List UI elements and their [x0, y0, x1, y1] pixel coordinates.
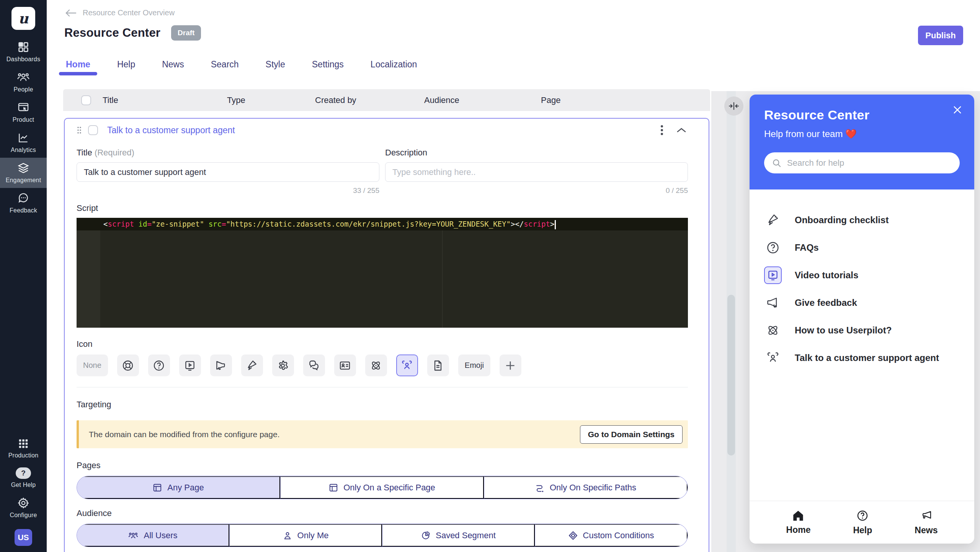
preview-nav-help[interactable]: Help: [853, 510, 872, 536]
news-megaphone-icon: [920, 510, 933, 522]
sidebar-item-label: Get Help: [11, 482, 36, 488]
close-icon[interactable]: [951, 103, 964, 117]
preview-item-onboarding-checklist[interactable]: Onboarding checklist: [764, 206, 960, 234]
sidebar-item-dashboards[interactable]: Dashboards: [0, 37, 47, 67]
preview-nav-news[interactable]: News: [915, 510, 938, 536]
users-group-icon: [128, 531, 139, 541]
select-all-checkbox[interactable]: [81, 95, 91, 105]
preview-nav-home[interactable]: Home: [786, 510, 811, 535]
icon-option-video[interactable]: [179, 354, 201, 376]
person-icon: [283, 531, 292, 541]
icon-option-none[interactable]: None: [77, 354, 108, 376]
title-label: Title: [77, 148, 92, 157]
tab-settings[interactable]: Settings: [310, 59, 345, 79]
audience-segmented-control: All Users Only Me Saved Segment Custom C…: [77, 524, 688, 547]
preview-item-faqs[interactable]: FAQs: [764, 234, 960, 261]
tab-help[interactable]: Help: [116, 59, 137, 79]
pages-option-specific-paths[interactable]: Only On Specific Paths: [484, 476, 688, 499]
browser-icon: [328, 483, 338, 493]
publish-button[interactable]: Publish: [918, 26, 963, 45]
sidebar-item-label: Configure: [10, 512, 37, 519]
preview-item-how-to-use[interactable]: How to use Userpilot?: [764, 317, 960, 344]
pages-option-any-page[interactable]: Any Page: [77, 476, 280, 499]
sidebar-item-people[interactable]: People: [0, 67, 47, 97]
title-input[interactable]: [77, 162, 379, 182]
collapse-row-chevron-icon[interactable]: [675, 126, 688, 135]
title-required-hint: (Required): [95, 148, 134, 157]
module-title-link[interactable]: Talk to a customer support agent: [107, 125, 235, 136]
status-badge: Draft: [171, 25, 201, 41]
tab-news[interactable]: News: [160, 59, 186, 79]
tab-search[interactable]: Search: [209, 59, 240, 79]
editor-code-area[interactable]: <script id="ze-snippet" src="https://sta…: [100, 218, 688, 328]
sidebar-item-label: Product: [13, 116, 34, 123]
kebab-menu-icon[interactable]: [659, 123, 665, 137]
column-guide-line: [442, 230, 443, 328]
announcement-icon: [764, 211, 782, 229]
go-to-domain-settings-button[interactable]: Go to Domain Settings: [580, 425, 683, 444]
sidebar-item-feedback[interactable]: Feedback: [0, 188, 47, 218]
icon-option-question[interactable]: [148, 354, 170, 376]
icon-option-chat[interactable]: [303, 354, 325, 376]
tab-home[interactable]: Home: [64, 59, 92, 79]
home-icon: [792, 510, 804, 521]
pages-option-specific-page[interactable]: Only On a Specific Page: [280, 476, 484, 499]
preview-item-give-feedback[interactable]: Give feedback: [764, 289, 960, 317]
column-header-type: Type: [227, 95, 315, 105]
scrollbar-thumb[interactable]: [727, 295, 735, 456]
script-code-editor[interactable]: 1 <script id="ze-snippet" src="https://s…: [77, 218, 688, 328]
preview-search-input[interactable]: [787, 158, 952, 168]
sidebar-item-label: Feedback: [10, 207, 37, 214]
preview-bottom-nav: Home Help News: [750, 501, 974, 544]
icon-option-announcement[interactable]: [241, 354, 263, 376]
tab-style[interactable]: Style: [264, 59, 287, 79]
help-icon: [856, 510, 869, 522]
drag-handle-icon[interactable]: [77, 126, 82, 134]
column-header-audience: Audience: [424, 95, 541, 105]
sidebar-item-engagement[interactable]: Engagement: [0, 158, 47, 188]
preview-item-video-tutorials[interactable]: Video tutorials: [764, 261, 960, 289]
sidebar-item-product[interactable]: Product: [0, 97, 47, 127]
icon-option-gear[interactable]: [272, 354, 294, 376]
sidebar-item-label: Analytics: [11, 147, 36, 154]
sidebar-item-get-help[interactable]: ? Get Help: [0, 463, 47, 493]
pages-label: Pages: [77, 461, 688, 470]
text-cursor: [555, 220, 556, 229]
audience-option-saved-segment[interactable]: Saved Segment: [382, 524, 535, 547]
question-icon: [764, 239, 782, 256]
icon-option-document[interactable]: [427, 354, 449, 376]
sidebar-item-configure[interactable]: Configure: [0, 493, 47, 523]
userpilot-logo[interactable]: u: [11, 7, 35, 30]
analytics-icon: [17, 132, 29, 144]
module-card: Talk to a customer support agent Title (…: [64, 118, 709, 552]
dashboards-icon: [17, 41, 29, 53]
collapse-panel-handle[interactable]: [724, 96, 743, 116]
engagement-icon: [17, 162, 30, 174]
avatar-initials: US: [18, 533, 29, 542]
description-input[interactable]: [385, 162, 688, 182]
back-arrow-icon[interactable]: [65, 9, 77, 17]
app-sidebar: u Dashboards People Product Analytics En…: [0, 0, 47, 552]
icon-option-megaphone[interactable]: [210, 354, 232, 376]
browser-icon: [152, 483, 162, 493]
tab-localization[interactable]: Localization: [369, 59, 418, 79]
main-scrollbar[interactable]: [727, 91, 736, 552]
audience-option-only-me[interactable]: Only Me: [229, 524, 382, 547]
breadcrumb[interactable]: Resource Center Overview: [65, 8, 175, 17]
icon-option-lifebuoy[interactable]: [117, 354, 139, 376]
preview-search[interactable]: [764, 152, 960, 173]
sidebar-item-analytics[interactable]: Analytics: [0, 127, 47, 158]
audience-option-all-users[interactable]: All Users: [77, 524, 229, 547]
preview-item-talk-to-agent[interactable]: Talk to a customer support agent: [764, 344, 960, 372]
icon-option-atom[interactable]: [365, 354, 387, 376]
domain-warning-banner: The domain can be modified from the conf…: [77, 420, 688, 448]
icon-option-id-card[interactable]: [334, 354, 356, 376]
sidebar-item-production[interactable]: Production: [0, 434, 47, 463]
audience-option-custom-conditions[interactable]: Custom Conditions: [535, 524, 688, 547]
module-checkbox[interactable]: [88, 125, 98, 135]
user-avatar[interactable]: US: [15, 529, 32, 546]
icon-option-emoji[interactable]: Emoji: [458, 354, 490, 376]
icon-option-add[interactable]: [500, 354, 521, 376]
icon-option-people-group[interactable]: [396, 354, 418, 376]
sidebar-nav: Dashboards People Product Analytics Enga…: [0, 37, 47, 218]
